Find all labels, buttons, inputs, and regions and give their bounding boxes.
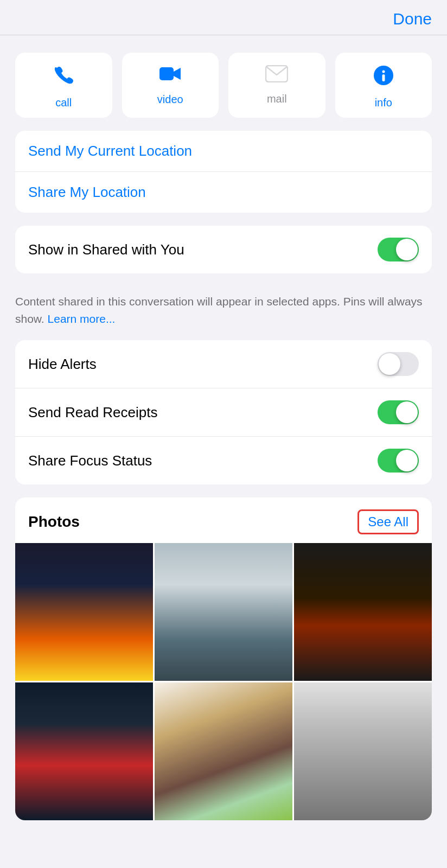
shared-with-you-note: Content shared in this conversation will… — [0, 286, 447, 340]
send-location-item[interactable]: Send My Current Location — [15, 131, 432, 172]
show-shared-with-you-label: Show in Shared with You — [28, 241, 184, 258]
photo-4[interactable] — [15, 682, 153, 820]
photo-2[interactable] — [155, 543, 292, 681]
see-all-button[interactable]: See All — [357, 509, 419, 534]
call-button[interactable]: call — [15, 53, 112, 118]
show-shared-with-you-item: Show in Shared with You — [15, 226, 432, 273]
share-focus-status-label: Share Focus Status — [28, 452, 152, 469]
photo-6[interactable] — [294, 682, 432, 820]
info-circle-icon — [373, 65, 394, 91]
svg-rect-4 — [382, 74, 385, 81]
mail-button[interactable]: mail — [228, 53, 325, 118]
phone-icon — [53, 65, 74, 91]
photo-5[interactable] — [155, 682, 292, 820]
send-current-location-label: Send My Current Location — [28, 143, 192, 159]
send-read-receipts-toggle[interactable] — [378, 400, 419, 424]
shared-with-you-card: Show in Shared with You — [15, 226, 432, 273]
share-focus-status-item: Share Focus Status — [15, 437, 432, 484]
toggle-knob — [396, 401, 418, 423]
svg-rect-0 — [159, 67, 174, 80]
toggle-knob — [396, 450, 418, 471]
photo-1[interactable] — [15, 543, 153, 681]
mail-label: mail — [267, 93, 287, 105]
send-read-receipts-item: Send Read Receipts — [15, 388, 432, 437]
share-focus-status-toggle[interactable] — [378, 449, 419, 473]
svg-point-3 — [382, 71, 385, 73]
mail-icon — [265, 65, 288, 87]
share-location-item[interactable]: Share My Location — [15, 172, 432, 213]
photos-section: Photos See All — [15, 497, 432, 820]
call-label: call — [55, 97, 72, 109]
video-icon — [159, 65, 182, 88]
hide-alerts-toggle[interactable] — [378, 352, 419, 376]
learn-more-link[interactable]: Learn more... — [48, 312, 116, 325]
alerts-card: Hide Alerts Send Read Receipts Share Foc… — [15, 340, 432, 484]
info-button[interactable]: info — [335, 53, 432, 118]
photos-header: Photos See All — [28, 509, 419, 534]
share-location-label: Share My Location — [28, 184, 146, 201]
action-buttons-row: call video mail info — [0, 35, 447, 131]
send-read-receipts-label: Send Read Receipts — [28, 404, 157, 421]
toggle-knob — [379, 353, 400, 375]
photos-grid — [15, 543, 432, 820]
hide-alerts-label: Hide Alerts — [28, 356, 97, 373]
top-bar: Done — [0, 0, 447, 35]
photo-3[interactable] — [294, 543, 432, 681]
video-label: video — [157, 93, 183, 106]
show-shared-with-you-toggle[interactable] — [378, 238, 419, 261]
video-button[interactable]: video — [122, 53, 219, 118]
hide-alerts-item: Hide Alerts — [15, 340, 432, 388]
photos-title: Photos — [28, 513, 80, 531]
toggle-knob — [396, 239, 418, 260]
info-label: info — [375, 97, 392, 109]
location-card: Send My Current Location Share My Locati… — [15, 131, 432, 213]
done-button[interactable]: Done — [393, 10, 432, 28]
